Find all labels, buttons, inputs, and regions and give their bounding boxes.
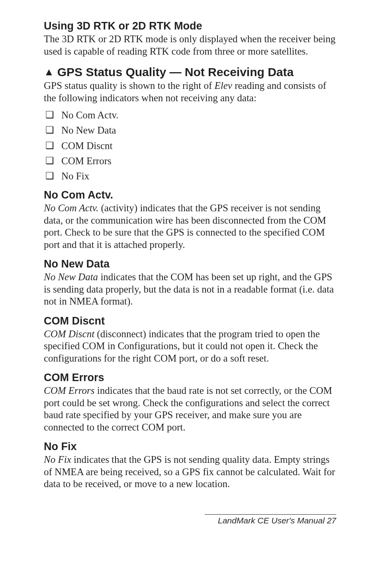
heading-rtk-mode: Using 3D RTK or 2D RTK Mode	[44, 20, 336, 32]
triangle-icon: ▲	[44, 66, 54, 78]
paragraph-com-discnt: COM Discnt (disconnect) indicates that t…	[44, 328, 336, 365]
footer-text: LandMark CE User's Manual 27	[44, 516, 336, 525]
list-item: COM Errors	[44, 154, 336, 168]
gps-status-intro-em: Elev	[214, 80, 232, 91]
paragraph-no-fix: No Fix indicates that the GPS is not sen…	[44, 454, 336, 490]
paragraph-gps-status-intro: GPS status quality is shown to the right…	[44, 80, 336, 104]
page-content: Using 3D RTK or 2D RTK Mode The 3D RTK o…	[0, 0, 380, 549]
list-item: No New Data	[44, 123, 336, 138]
list-item: No Com Actv.	[44, 108, 336, 122]
com-errors-em: COM Errors	[44, 385, 95, 396]
heading-no-com-actv: No Com Actv.	[44, 189, 336, 201]
no-fix-body: indicates that the GPS is not sending qu…	[44, 454, 335, 489]
paragraph-com-errors: COM Errors indicates that the baud rate …	[44, 385, 336, 433]
heading-gps-status-text: GPS Status Quality — Not Receiving Data	[57, 65, 294, 79]
no-com-actv-em: No Com Actv.	[44, 203, 98, 213]
heading-gps-status: ▲GPS Status Quality — Not Receiving Data	[44, 65, 336, 79]
heading-com-errors: COM Errors	[44, 372, 336, 384]
gps-status-intro-pre: GPS status quality is shown to the right…	[44, 80, 214, 91]
list-item: COM Discnt	[44, 139, 336, 153]
heading-no-new-data: No New Data	[44, 258, 336, 270]
footer-rule	[205, 514, 336, 515]
com-discnt-em: COM Discnt	[44, 328, 94, 339]
heading-com-discnt: COM Discnt	[44, 315, 336, 327]
paragraph-no-com-actv: No Com Actv. (activity) indicates that t…	[44, 202, 336, 251]
no-fix-em: No Fix	[44, 454, 71, 465]
no-new-data-em: No New Data	[44, 271, 98, 282]
page-footer: LandMark CE User's Manual 27	[44, 514, 336, 525]
paragraph-no-new-data: No New Data indicates that the COM has b…	[44, 271, 336, 308]
heading-no-fix: No Fix	[44, 441, 336, 453]
list-item: No Fix	[44, 169, 336, 183]
status-indicator-list: No Com Actv. No New Data COM Discnt COM …	[44, 108, 336, 183]
paragraph-rtk-mode: The 3D RTK or 2D RTK mode is only displa…	[44, 33, 336, 57]
